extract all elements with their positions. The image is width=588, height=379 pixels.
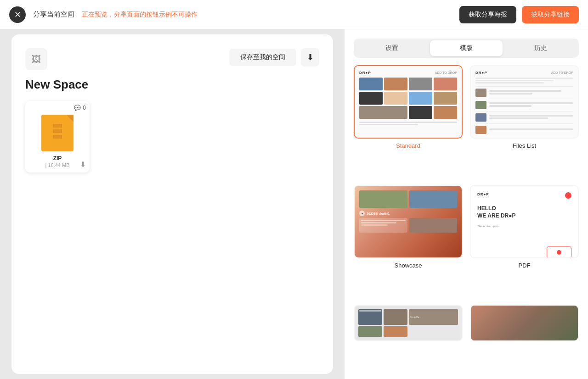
- thumb-logo: DR●P: [359, 71, 371, 75]
- thumb-fl-line-2: [489, 93, 532, 95]
- thumb-add: ADD TO DROP: [435, 71, 457, 74]
- file-size: | 16.44 MB: [30, 162, 85, 168]
- thumb-fl-logo: DR●P: [475, 71, 487, 75]
- template-files-list-thumb: DR●P ADD TO DROP: [470, 65, 579, 139]
- pdf-red-circle: [565, 192, 571, 199]
- thumb-fl-text-4: [489, 128, 573, 131]
- b1-cell-5: [384, 326, 407, 337]
- showcase-img-1: [359, 190, 407, 208]
- b1-cell-1: [358, 309, 382, 325]
- space-card: 🖼 保存至我的空间 ⬇ New Space 💬 0: [11, 34, 333, 374]
- file-type: ZIP: [30, 155, 85, 162]
- thumb-fl-line-1: [489, 90, 561, 92]
- pdf-left: DR●P: [477, 192, 489, 198]
- template-bottom-1[interactable]: Binop Ba...: [354, 305, 463, 370]
- showcase-img-3: [409, 218, 458, 233]
- b1-cell-4: [358, 326, 382, 337]
- showcase-draft-label: 2025SS draft#1: [367, 212, 390, 215]
- tab-history[interactable]: 历史: [504, 40, 577, 56]
- thumb-fl-row-2: [475, 101, 573, 111]
- showcase-text-line-1: [361, 220, 406, 221]
- template-bottom-1-thumb: Binop Ba...: [354, 305, 463, 341]
- close-icon: ✕: [14, 10, 21, 20]
- template-showcase-thumb: ✦ 2025SS draft#1: [354, 185, 463, 258]
- thumb-cell-8: [434, 92, 457, 105]
- zip-stripe-1: [53, 124, 62, 128]
- zip-stripe-3: [53, 135, 62, 139]
- template-bottom-2-overlay: [471, 306, 578, 340]
- thumb-cell-10: [434, 106, 457, 119]
- pdf-box-dot: [557, 250, 561, 255]
- save-to-space-button[interactable]: 保存至我的空间: [229, 49, 296, 66]
- download-button[interactable]: ⬇: [301, 48, 319, 67]
- template-standard[interactable]: DR●P ADD TO DROP: [354, 65, 463, 178]
- space-title: New Space: [25, 78, 319, 92]
- thumb-fl-img-4: [475, 126, 486, 134]
- template-pdf-label: PDF: [470, 262, 579, 269]
- showcase-icon: ✦: [359, 211, 365, 216]
- tab-settings[interactable]: 设置: [356, 40, 428, 56]
- b1-line-1: [359, 310, 381, 312]
- thumb-fl-row-4: [475, 126, 573, 136]
- thumb-cell-wide-1: [359, 106, 407, 119]
- topbar-preview: 正在预览，分享页面的按钮示例不可操作: [82, 11, 198, 19]
- pdf-title: HELLOWE ARE DR●P: [477, 205, 571, 219]
- share-poster-button[interactable]: 获取分享海报: [459, 6, 516, 23]
- save-label: 保存至我的空间: [240, 53, 285, 61]
- tab-templates[interactable]: 模版: [430, 40, 503, 56]
- thumb-fl-line-3: [489, 102, 573, 104]
- tabs: 设置 模版 历史: [354, 39, 579, 58]
- thumb-standard-header: DR●P ADD TO DROP: [359, 71, 457, 75]
- template-showcase[interactable]: ✦ 2025SS draft#1 Showca: [354, 185, 463, 297]
- thumb-fl-row-3: [475, 113, 573, 124]
- thumb-fl-row-1: [475, 89, 573, 99]
- thumb-cell-4: [434, 78, 457, 90]
- thumb-cell-2: [384, 78, 407, 90]
- b1-cell-3: Binop Ba...: [409, 309, 458, 325]
- showcase-text-line-3: [361, 224, 388, 226]
- templates-grid: DR●P ADD TO DROP: [354, 65, 579, 370]
- template-pdf[interactable]: DR●P HELLOWE ARE DR●P This is descriptio…: [470, 185, 579, 297]
- file-download-icon[interactable]: ⬇: [80, 160, 86, 169]
- close-button[interactable]: ✕: [9, 6, 26, 23]
- template-files-list-label: Files List: [470, 142, 579, 149]
- template-files-list[interactable]: DR●P ADD TO DROP: [470, 65, 579, 178]
- download-icon: ⬇: [307, 52, 314, 62]
- showcase-middle: ✦ 2025SS draft#1: [359, 211, 457, 216]
- thumb-fl-add: ADD TO DROP: [551, 71, 573, 74]
- thumb-fl-line-4: [489, 105, 531, 107]
- showcase-text-block: [359, 218, 407, 233]
- image-icon: 🖼: [32, 54, 41, 65]
- thumb-fl-img-2: [475, 101, 486, 109]
- top-bar: ✕ 分享当前空间 正在预览，分享页面的按钮示例不可操作 获取分享海报 获取分享链…: [0, 0, 588, 29]
- pdf-box-area: [477, 239, 571, 258]
- thumb-cell-3: [409, 78, 432, 90]
- share-link-button[interactable]: 获取分享链接: [522, 6, 579, 23]
- space-icon-button[interactable]: 🖼: [25, 48, 47, 70]
- showcase-top-grid: [359, 190, 457, 208]
- thumb-fl-img-3: [475, 113, 486, 122]
- template-bottom-1-inner: Binop Ba...: [355, 306, 462, 340]
- thumb-fl-text-2: [489, 102, 573, 108]
- comment-count: 0: [83, 105, 86, 111]
- pdf-box: [547, 246, 571, 258]
- template-bottom-2-inner: [471, 306, 578, 340]
- b1-cell-2: [384, 309, 407, 325]
- main-layout: 🖼 保存至我的空间 ⬇ New Space 💬 0: [0, 29, 588, 379]
- thumb-fl-line-6: [489, 117, 548, 119]
- showcase-bottom-grid: [359, 218, 457, 233]
- thumb-fl-img-1: [475, 89, 486, 97]
- thumb-cell-9: [409, 106, 432, 119]
- thumb-cell-1: [359, 78, 383, 90]
- thumb-grid: [359, 78, 457, 119]
- template-bottom-2[interactable]: [470, 305, 579, 370]
- left-panel: 🖼 保存至我的空间 ⬇ New Space 💬 0: [0, 29, 345, 379]
- topbar-title: 分享当前空间: [33, 10, 74, 19]
- thumb-fileslist-header: DR●P ADD TO DROP: [475, 71, 573, 75]
- zip-fold: [66, 115, 74, 122]
- thumb-cell-6: [384, 92, 407, 105]
- template-standard-label: Standard: [354, 142, 463, 149]
- pdf-logo: DR●P: [477, 192, 489, 196]
- comment-icon: 💬: [74, 105, 81, 111]
- thumb-fl-text-3: [489, 115, 573, 120]
